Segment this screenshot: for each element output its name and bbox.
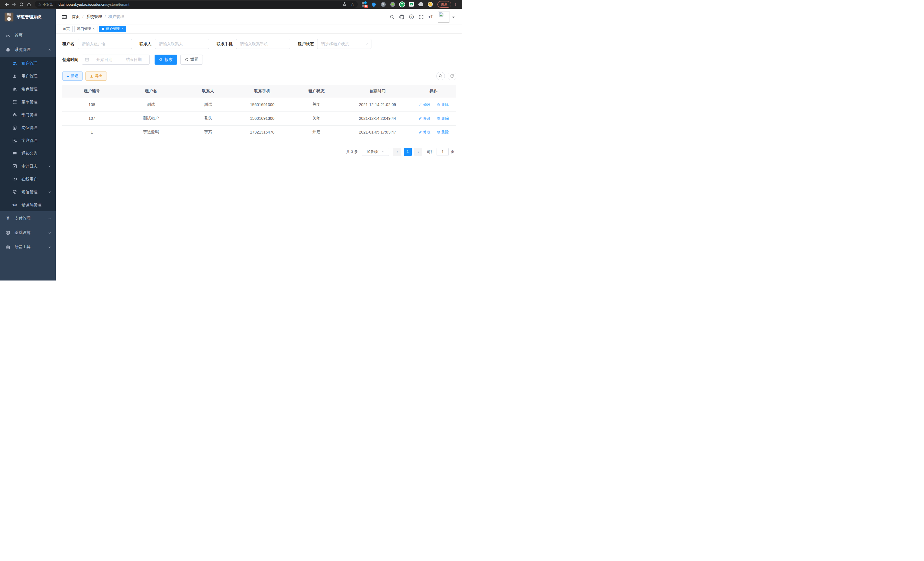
url-host: dashboard.yudao.iocoder.cn xyxy=(58,2,105,7)
chevron-down-icon xyxy=(382,150,385,153)
sidebar-fold-icon[interactable] xyxy=(62,14,67,20)
sidebar-item-menu-management[interactable]: 菜单管理 xyxy=(0,96,56,108)
close-icon[interactable]: × xyxy=(122,27,123,31)
map-pin-extension-icon[interactable] xyxy=(371,2,376,7)
tenant-table: 租户编号 租户名 联系人 联系手机 租户状态 创建时间 操作 108 测试 测试 xyxy=(62,85,456,139)
sidebar-item-label: 系统管理 xyxy=(15,47,31,52)
tab-home[interactable]: 首页 xyxy=(60,26,73,32)
chat-extension-icon[interactable] xyxy=(409,2,414,7)
sidebar-item-dict-management[interactable]: 字典管理 xyxy=(0,134,56,147)
delete-link[interactable]: 删除 xyxy=(437,116,449,121)
col-created: 创建时间 xyxy=(344,85,411,98)
contact-input[interactable] xyxy=(155,39,209,49)
back-icon[interactable] xyxy=(3,1,10,8)
share-icon[interactable] xyxy=(343,2,346,7)
sidebar-item-system-management[interactable]: 系统管理 xyxy=(0,43,56,57)
delete-link[interactable]: 删除 xyxy=(437,102,449,107)
bookmark-star-icon[interactable]: ☆ xyxy=(351,2,354,7)
avatar[interactable] xyxy=(438,11,449,23)
col-mobile: 联系手机 xyxy=(236,85,289,98)
command-extension-icon[interactable]: ⌘ xyxy=(381,2,386,7)
pagination: 共 3 条 10条/页 ‹ 1 › 前往 页 xyxy=(62,148,456,156)
recorder-extension-icon[interactable] xyxy=(390,2,395,7)
sidebar-item-payment-management[interactable]: ¥ 支付管理 xyxy=(0,211,56,226)
announcement-icon xyxy=(12,151,17,156)
sidebar-item-label: 错误码管理 xyxy=(21,202,41,208)
user-icon xyxy=(12,74,17,78)
puzzle-extensions-icon[interactable] xyxy=(418,2,423,7)
chevron-down-icon xyxy=(48,231,51,235)
sidebar-item-department-management[interactable]: 部门管理 xyxy=(0,108,56,121)
add-button[interactable]: + 新增 xyxy=(62,71,82,81)
github-icon[interactable] xyxy=(397,14,406,20)
sidebar-item-label: 基础设施 xyxy=(15,230,31,235)
sidebar-item-audit-log[interactable]: 审计日志 xyxy=(0,160,56,173)
close-icon[interactable]: × xyxy=(93,27,94,31)
avatar-caret-icon[interactable] xyxy=(452,17,455,20)
sidebar-item-home[interactable]: 首页 xyxy=(0,28,56,43)
next-page-button[interactable]: › xyxy=(414,148,422,156)
cell-mobile: 17321315478 xyxy=(236,125,289,139)
pencil-icon xyxy=(418,130,422,134)
forward-icon[interactable] xyxy=(10,1,18,8)
sidebar-item-tenant-management[interactable]: 租户管理 xyxy=(0,57,56,70)
chrome-update-button[interactable]: 更新 xyxy=(437,1,451,8)
breadcrumb-system[interactable]: 系统管理 xyxy=(86,14,102,20)
breadcrumb-home[interactable]: 首页 xyxy=(72,14,80,20)
header-search-icon[interactable] xyxy=(387,15,397,20)
cell-mobile: 15601691300 xyxy=(236,98,289,111)
chevron-down-icon xyxy=(48,165,51,168)
tenant-name-input[interactable] xyxy=(78,39,132,49)
toggle-search-button[interactable] xyxy=(436,72,445,80)
profile-avatar-icon[interactable] xyxy=(428,2,433,7)
page-1-button[interactable]: 1 xyxy=(404,148,412,156)
col-status: 租户状态 xyxy=(289,85,344,98)
browser-menu-icon[interactable]: ⋮ xyxy=(454,2,458,7)
gauge-icon xyxy=(5,33,10,38)
fullscreen-icon[interactable] xyxy=(416,15,426,20)
export-button[interactable]: 导出 xyxy=(86,71,107,81)
date-range-picker[interactable]: 开始日期 - 结束日期 xyxy=(82,55,150,65)
cell-contact: 秃头 xyxy=(181,111,236,125)
mobile-input[interactable] xyxy=(236,39,290,49)
created-time-label: 创建时间 xyxy=(62,57,78,62)
delete-link[interactable]: 删除 xyxy=(437,129,449,135)
prev-page-button[interactable]: ‹ xyxy=(393,148,401,156)
url-bar[interactable]: ⚠ 不安全 dashboard.yudao.iocoder.cn/system/… xyxy=(35,1,358,8)
y-extension-icon[interactable]: Y xyxy=(399,2,405,7)
home-icon[interactable] xyxy=(25,1,33,8)
sidebar-item-dev-tools[interactable]: 研发工具 xyxy=(0,240,56,254)
users-icon xyxy=(12,87,17,91)
sidebar-item-post-management[interactable]: 岗位管理 xyxy=(0,121,56,134)
search-form: 租户名 联系人 联系手机 租户状态 xyxy=(62,39,456,70)
edit-link[interactable]: 修改 xyxy=(418,102,430,107)
sidebar-item-error-code-management[interactable]: </> 错误码管理 xyxy=(0,199,56,211)
search-button[interactable]: 搜索 xyxy=(154,55,177,65)
sidebar-item-role-management[interactable]: 角色管理 xyxy=(0,83,56,96)
sidebar-item-notice-announcement[interactable]: 通知公告 xyxy=(0,147,56,160)
extension-grid-icon[interactable]: 10 xyxy=(362,2,367,7)
mobile-label: 联系手机 xyxy=(217,41,232,47)
app-logo-row[interactable]: 芋道管理系统 xyxy=(0,9,56,25)
goto-page-input[interactable] xyxy=(436,148,448,156)
edit-link[interactable]: 修改 xyxy=(418,116,430,121)
sidebar-item-infrastructure[interactable]: 基础设施 xyxy=(0,226,56,240)
help-icon[interactable]: ? xyxy=(406,14,416,20)
cell-status: 关闭 xyxy=(289,111,344,125)
sidebar-item-online-users[interactable]: 在线用户 xyxy=(0,173,56,186)
dictionary-icon xyxy=(12,138,17,143)
tenant-status-select[interactable] xyxy=(317,39,371,49)
edit-link[interactable]: 修改 xyxy=(418,129,430,135)
reset-button[interactable]: 重置 xyxy=(180,55,203,65)
page-size-select[interactable]: 10条/页 xyxy=(362,148,389,156)
tab-tenant-management[interactable]: 租户管理 × xyxy=(99,26,126,32)
extensions-row: 10 ⌘ Y xyxy=(362,2,433,7)
reload-icon[interactable] xyxy=(18,1,25,8)
sidebar-item-user-management[interactable]: 用户管理 xyxy=(0,70,56,83)
cell-created: 2021-01-05 17:03:47 xyxy=(344,125,411,139)
font-size-icon[interactable]: TT xyxy=(426,14,436,20)
breadcrumb-current: 租户管理 xyxy=(108,14,124,20)
sidebar-item-sms-management[interactable]: 短信管理 xyxy=(0,186,56,199)
tab-department-management[interactable]: 部门管理 × xyxy=(74,26,98,32)
refresh-button[interactable] xyxy=(448,72,456,80)
